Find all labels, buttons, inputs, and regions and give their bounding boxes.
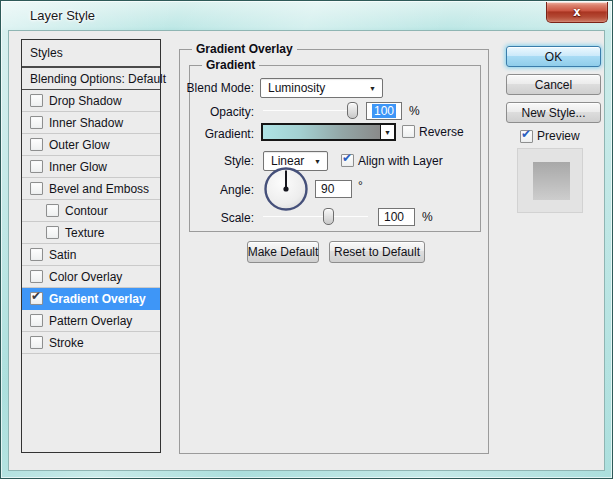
texture-checkbox[interactable]: ✔ [46, 226, 59, 239]
ok-button[interactable]: OK [506, 46, 601, 67]
scale-label: Scale: [221, 211, 254, 225]
sidebar-item-outer-glow[interactable]: ✔ Outer Glow [22, 134, 160, 156]
inner-shadow-checkbox[interactable]: ✔ [30, 116, 43, 129]
gradient-picker-button[interactable]: ▼ [380, 125, 394, 139]
sidebar-item-label: Inner Shadow [49, 116, 123, 130]
sidebar-item-label: Pattern Overlay [49, 314, 132, 328]
color-overlay-checkbox[interactable]: ✔ [30, 270, 43, 283]
sidebar-item-label: Texture [65, 226, 104, 240]
scale-slider-thumb[interactable] [323, 208, 334, 225]
gradient-group: Gradient Blend Mode: Luminosity ▼ Opacit… [189, 65, 481, 232]
sidebar-item-inner-glow[interactable]: ✔ Inner Glow [22, 156, 160, 178]
scale-unit: % [422, 210, 433, 224]
titlebar[interactable]: Layer Style x [1, 1, 612, 31]
angle-unit: ° [358, 179, 363, 193]
sidebar-item-label: Bevel and Emboss [49, 182, 149, 196]
sidebar-item-label: Outer Glow [49, 138, 110, 152]
close-icon: x [547, 2, 607, 21]
blend-mode-dropdown[interactable]: Luminosity ▼ [260, 78, 383, 98]
preview-checkbox[interactable]: ✔ [520, 130, 533, 143]
scale-slider-track[interactable] [263, 216, 368, 217]
angle-dial-icon [263, 166, 309, 212]
opacity-slider-track[interactable] [263, 110, 355, 111]
sidebar-item-gradient-overlay[interactable]: ✔ Gradient Overlay [22, 288, 160, 310]
layer-style-dialog: Layer Style x Styles Blending Options: D… [0, 0, 613, 479]
opacity-label: Opacity: [210, 105, 254, 119]
sidebar-item-drop-shadow[interactable]: ✔ Drop Shadow [22, 90, 160, 112]
sidebar-item-label: Drop Shadow [49, 94, 122, 108]
bevel-emboss-checkbox[interactable]: ✔ [30, 182, 43, 195]
sidebar-item-color-overlay[interactable]: ✔ Color Overlay [22, 266, 160, 288]
reset-to-default-button[interactable]: Reset to Default [329, 241, 425, 263]
sidebar-item-label: Styles [30, 46, 63, 60]
sidebar-item-bevel-and-emboss[interactable]: ✔ Bevel and Emboss [22, 178, 160, 200]
align-with-layer-label: Align with Layer [358, 154, 443, 168]
reset-to-default-label: Reset to Default [334, 245, 420, 259]
ok-label: OK [545, 50, 562, 64]
sidebar-item-label: Contour [65, 204, 108, 218]
inner-glow-checkbox[interactable]: ✔ [30, 160, 43, 173]
check-icon: ✔ [521, 128, 531, 141]
gradient-label: Gradient: [205, 127, 254, 141]
check-icon: ✔ [342, 152, 352, 165]
new-style-label: New Style... [521, 106, 585, 120]
window-title: Layer Style [30, 8, 95, 23]
sidebar-item-inner-shadow[interactable]: ✔ Inner Shadow [22, 112, 160, 134]
angle-label: Angle: [220, 183, 254, 197]
sidebar-item-label: Stroke [49, 336, 84, 350]
sidebar-item-label: Color Overlay [49, 270, 122, 284]
opacity-value: 100 [372, 104, 396, 118]
sidebar-item-styles[interactable]: Styles [22, 40, 160, 68]
satin-checkbox[interactable]: ✔ [30, 248, 43, 261]
scale-value: 100 [384, 210, 404, 224]
cancel-label: Cancel [535, 78, 572, 92]
group-title: Gradient Overlay [192, 42, 297, 56]
outer-glow-checkbox[interactable]: ✔ [30, 138, 43, 151]
cancel-button[interactable]: Cancel [506, 74, 601, 95]
gradient-swatch[interactable]: ▼ [261, 123, 396, 141]
contour-checkbox[interactable]: ✔ [46, 204, 59, 217]
new-style-button[interactable]: New Style... [506, 102, 601, 123]
close-button[interactable]: x [546, 2, 608, 23]
sidebar-item-label: Gradient Overlay [49, 292, 146, 306]
sidebar-item-blending-options[interactable]: Blending Options: Default [22, 68, 160, 90]
styles-list: Styles Blending Options: Default ✔ Drop … [21, 39, 161, 453]
preview-thumbnail [517, 148, 583, 213]
angle-dial[interactable] [263, 166, 309, 212]
sidebar-item-texture[interactable]: ✔ Texture [22, 222, 160, 244]
pattern-overlay-checkbox[interactable]: ✔ [30, 314, 43, 327]
chevron-down-icon: ▼ [312, 158, 327, 165]
angle-value: 90 [321, 182, 334, 196]
sidebar-item-label: Inner Glow [49, 160, 107, 174]
sidebar-item-satin[interactable]: ✔ Satin [22, 244, 160, 266]
group-subtitle: Gradient [202, 58, 259, 72]
style-label: Style: [224, 154, 254, 168]
make-default-label: Make Default [248, 245, 319, 259]
sidebar-item-contour[interactable]: ✔ Contour [22, 200, 160, 222]
gradient-overlay-group: Gradient Overlay Gradient Blend Mode: Lu… [179, 49, 489, 454]
opacity-unit: % [409, 104, 420, 118]
preview-gradient-sample [533, 162, 570, 200]
preview-label: Preview [537, 129, 580, 143]
opacity-input[interactable]: 100 [366, 102, 402, 120]
sidebar-item-label: Blending Options: Default [30, 72, 166, 86]
stroke-checkbox[interactable]: ✔ [30, 336, 43, 349]
sidebar-item-stroke[interactable]: ✔ Stroke [22, 332, 160, 354]
make-default-button[interactable]: Make Default [247, 241, 319, 263]
gradient-overlay-checkbox[interactable]: ✔ [30, 292, 43, 305]
sidebar-item-pattern-overlay[interactable]: ✔ Pattern Overlay [22, 310, 160, 332]
chevron-down-icon: ▼ [367, 85, 382, 92]
reverse-checkbox[interactable]: ✔ [402, 125, 415, 138]
reverse-label: Reverse [419, 125, 464, 139]
angle-input[interactable]: 90 [315, 180, 352, 198]
blend-mode-value: Luminosity [261, 81, 367, 95]
sidebar-item-label: Satin [49, 248, 76, 262]
check-icon: ✔ [31, 290, 41, 303]
gradient-sample[interactable] [263, 125, 380, 139]
opacity-slider-thumb[interactable] [347, 102, 358, 119]
dialog-body: Styles Blending Options: Default ✔ Drop … [8, 30, 605, 471]
blend-mode-label: Blend Mode: [187, 81, 254, 95]
align-with-layer-checkbox[interactable]: ✔ [341, 154, 354, 167]
drop-shadow-checkbox[interactable]: ✔ [30, 94, 43, 107]
scale-input[interactable]: 100 [378, 208, 415, 226]
